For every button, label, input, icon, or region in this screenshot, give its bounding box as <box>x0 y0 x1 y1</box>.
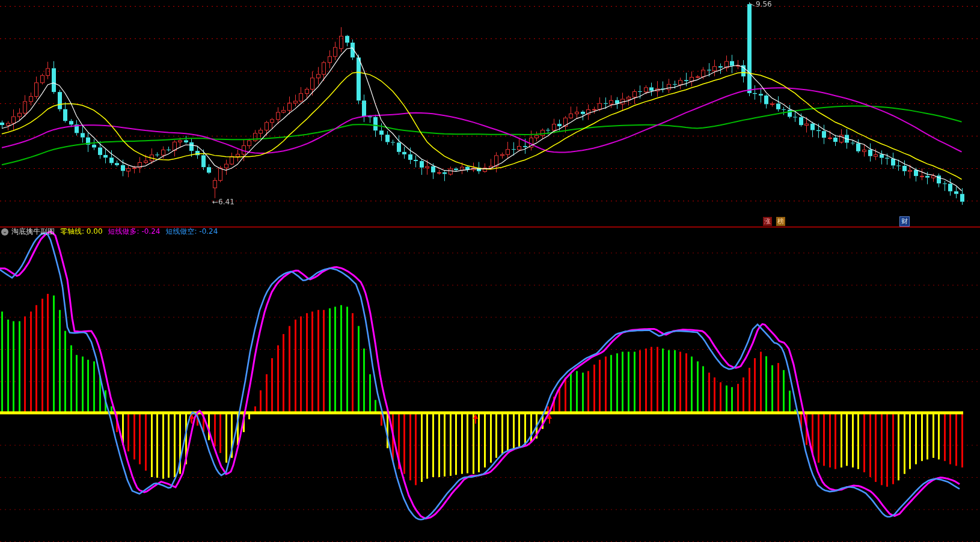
indicator-value-short-long: 短线做多: -0.24 <box>108 227 161 236</box>
collapse-indicator-icon[interactable]: ⌄ <box>1 228 8 236</box>
trading-app-window: ⌄ 淘底擒牛副图 零轴线: 0.00 短线做多: -0.24 短线做空: -0.… <box>0 0 980 542</box>
indicator-value-short-short: 短线做空: -0.24 <box>165 227 218 236</box>
badge-zhang[interactable]: 涨 <box>763 217 772 226</box>
price-low-label: ←6.41 <box>212 198 234 206</box>
indicator-title: 淘底擒牛副图 <box>11 227 55 236</box>
badge-cai[interactable]: 财 <box>899 216 910 227</box>
stock-chart-canvas[interactable] <box>0 0 980 542</box>
price-high-label: 9.56 <box>756 1 772 8</box>
badge-bang[interactable]: 榜 <box>776 217 785 226</box>
indicator-caption-bar: ⌄ 淘底擒牛副图 零轴线: 0.00 短线做多: -0.24 短线做空: -0.… <box>0 227 223 236</box>
indicator-value-zero-axis: 零轴线: 0.00 <box>60 227 103 236</box>
